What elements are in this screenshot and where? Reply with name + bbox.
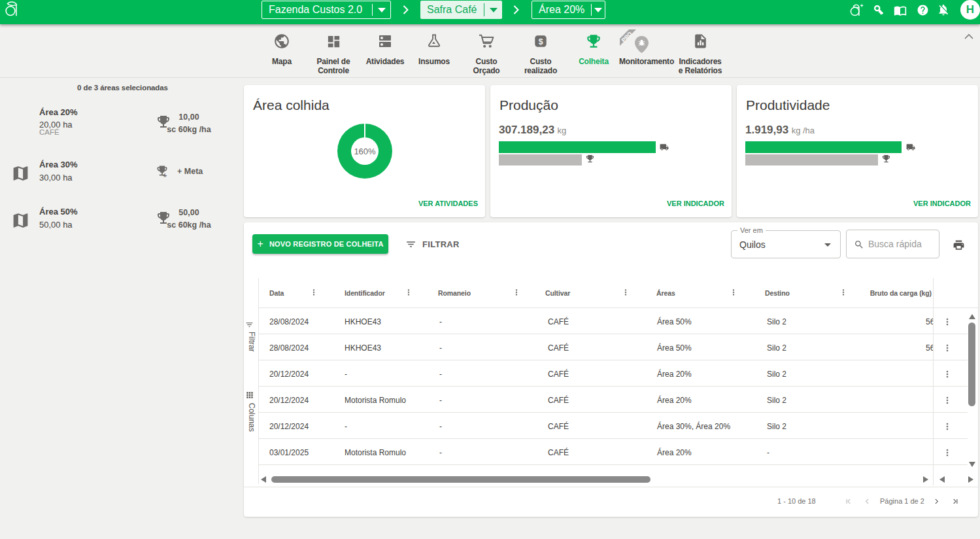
svg-text:$: $ [539,37,543,46]
